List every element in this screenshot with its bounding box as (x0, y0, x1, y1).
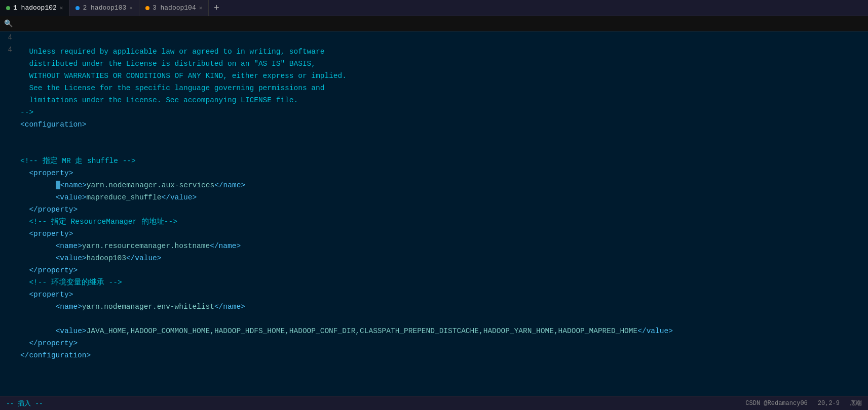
watermark: CSDN @Redamancy06 (745, 400, 807, 407)
tab-close-2[interactable]: ✕ (129, 5, 133, 11)
tab-label-1: 1 hadoop102 (13, 4, 57, 12)
tab-hadoop103[interactable]: 2 hadoop103 ✕ (69, 0, 139, 16)
tab-hadoop104[interactable]: 3 hadoop104 ✕ (139, 0, 209, 16)
tab-label-2: 2 hadoop103 (83, 4, 126, 12)
tab-close-3[interactable]: ✕ (199, 5, 203, 11)
search-icon[interactable]: 🔍 (4, 19, 13, 28)
status-right: CSDN @Redamancy06 20,2-9 底端 (745, 399, 862, 407)
tab-add-button[interactable]: + (209, 0, 224, 16)
toolbar: 🔍 (0, 16, 868, 31)
tab-dot-3 (145, 6, 149, 10)
cursor-position: 20,2-9 (818, 400, 840, 407)
editor-area: 4 4 Unless required by applicable law or… (0, 31, 868, 396)
tab-dot-2 (76, 6, 80, 10)
status-bar: -- 插入 -- CSDN @Redamancy06 20,2-9 底端 (0, 396, 868, 410)
code-content: Unless required by applicable law or agr… (15, 33, 868, 374)
tab-dot-1 (6, 6, 10, 10)
tab-bar: 1 hadoop102 ✕ 2 hadoop103 ✕ 3 hadoop104 … (0, 0, 868, 16)
scroll-position: 底端 (850, 399, 862, 407)
tab-label-3: 3 hadoop104 (153, 4, 196, 12)
tab-close-1[interactable]: ✕ (60, 5, 63, 11)
editor-mode: -- 插入 -- (6, 399, 43, 408)
tab-hadoop102[interactable]: 1 hadoop102 ✕ (0, 0, 69, 16)
line-numbers: 4 4 (0, 31, 15, 56)
